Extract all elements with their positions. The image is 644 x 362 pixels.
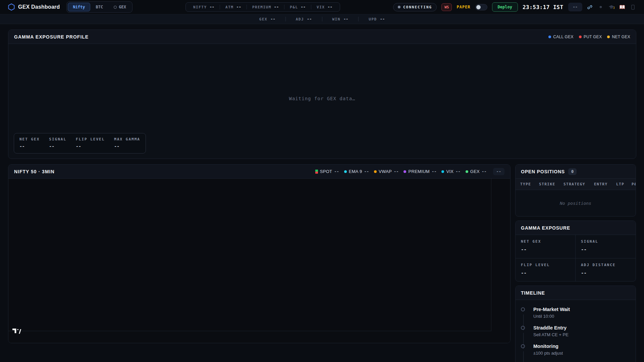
tab-gex[interactable]: GEX — [109, 3, 131, 11]
clock: 23:53:17 IST — [523, 4, 564, 10]
gamma-cell-value: -- — [581, 247, 630, 252]
legend-label: GEX — [470, 169, 480, 174]
stat-vix: VIX -- — [311, 5, 338, 9]
chart-legend: SPOT -- EMA 9 -- VWAP -- — [315, 168, 504, 175]
gear-icon[interactable] — [598, 4, 604, 10]
gamma-cell-value: -- — [521, 270, 570, 276]
gex-stat-value: -- — [19, 144, 40, 149]
legend-label: PUT GEX — [584, 35, 602, 39]
timeline-body: Pre-Market Wait Until 10:00 Straddle Ent… — [516, 300, 636, 362]
timeline-item-subtitle: Until 10:00 — [533, 314, 630, 319]
open-positions-card: OPEN POSITIONS 0 TYPE STRIKE STRATEGY EN… — [515, 164, 636, 217]
substat-label: GEX — [259, 17, 267, 21]
paper-live-toggle[interactable] — [475, 4, 487, 10]
legend-value: -- — [334, 169, 339, 174]
bottom-row: NIFTY 50 · 3MIN SPOT -- EMA 9 -- — [8, 164, 636, 362]
tradingview-logo-icon[interactable] — [12, 328, 22, 336]
header-right-cluster: CONNECTING WS PAPER Deploy 23:53:17 IST … — [393, 2, 636, 12]
chart-panel-header: NIFTY 50 · 3MIN SPOT -- EMA 9 -- — [8, 165, 510, 179]
chart-canvas-area[interactable] — [8, 179, 510, 343]
gex-panel-header: GAMMA EXPOSURE PROFILE CALL GEX PUT GEX … — [8, 30, 636, 44]
timeline-card: TIMELINE Pre-Market Wait Until 10:00 Str… — [515, 286, 636, 362]
timeline-item-subtitle: ±100 pts adjust — [533, 351, 630, 356]
substat-value: -- — [380, 17, 385, 21]
gex-stat-signal: SIGNAL -- — [49, 137, 66, 149]
legend-value: -- — [394, 169, 398, 174]
secondary-stats-bar: GEX -- ADJ -- WIN -- UPD -- — [0, 14, 644, 24]
timeline-title: TIMELINE — [521, 290, 545, 296]
connection-status-text: CONNECTING — [403, 5, 432, 9]
gex-stats-box: NET GEX -- SIGNAL -- FLIP LEVEL -- MAX G… — [14, 133, 146, 154]
gamma-cell-label: SIGNAL — [581, 239, 630, 244]
tab-gex-label: GEX — [119, 5, 126, 9]
net-gex-dot-icon — [607, 36, 610, 38]
stat-value: -- — [210, 5, 214, 9]
gamma-exposure-title: GAMMA EXPOSURE — [521, 225, 570, 231]
phone-icon[interactable] — [630, 4, 636, 10]
call-gex-dot-icon — [548, 36, 551, 38]
ws-badge: WS — [441, 3, 452, 11]
vwap-dot-icon — [374, 170, 377, 173]
gamma-cell-fliplevel: FLIP LEVEL -- — [516, 258, 576, 281]
stat-label: P&L — [290, 5, 298, 9]
gamma-cell-label: FLIP LEVEL — [521, 263, 570, 267]
gex-legend: CALL GEX PUT GEX NET GEX — [548, 35, 630, 39]
legend-spot: SPOT -- — [315, 169, 339, 174]
legend-gex: GEX -- — [466, 169, 487, 174]
gamma-stats-grid: NET GEX -- SIGNAL -- FLIP LEVEL -- ADJ D… — [516, 235, 636, 281]
timeline-item-subtitle: Sell ATM CE + PE — [533, 332, 630, 337]
stat-premium: PREMIUM -- — [247, 5, 284, 9]
stat-value: -- — [301, 5, 306, 9]
vix-dot-icon — [441, 170, 444, 173]
col-ltp: LTP — [616, 182, 632, 186]
gamma-exposure-card: GAMMA EXPOSURE NET GEX -- SIGNAL -- FLIP… — [515, 221, 636, 282]
stat-atm: ATM -- — [220, 5, 247, 9]
tab-nifty[interactable]: Nifty — [68, 3, 90, 11]
ema9-dot-icon — [344, 170, 347, 173]
brand: GEX Dashboard — [8, 3, 60, 11]
substat-value: -- — [307, 17, 312, 21]
gex-stat-value: -- — [76, 144, 105, 149]
legend-label: NET GEX — [612, 35, 630, 39]
tab-btc[interactable]: BTC — [91, 3, 108, 11]
substat-value: -- — [270, 17, 275, 21]
gex-stat-maxgamma: MAX GAMMA -- — [114, 137, 140, 149]
timeline-item-premarket: Pre-Market Wait Until 10:00 — [521, 307, 630, 325]
substat-label: UPD — [369, 17, 377, 21]
gex-stat-value: -- — [49, 144, 66, 149]
graduation-cap-icon[interactable] — [608, 4, 614, 10]
link-icon[interactable] — [587, 4, 593, 10]
gex-stat-fliplevel: FLIP LEVEL -- — [76, 137, 105, 149]
deploy-button[interactable]: Deploy — [492, 2, 518, 12]
price-axis-divider — [491, 179, 491, 331]
gex-stat-label: MAX GAMMA — [114, 137, 140, 141]
legend-label: CALL GEX — [553, 35, 574, 39]
col-strike: STRIKE — [539, 182, 564, 186]
tab-btc-label: BTC — [96, 5, 103, 9]
legend-vix: VIX -- — [441, 169, 460, 174]
book-icon[interactable] — [619, 4, 625, 10]
substat-adj: ADJ -- — [285, 17, 322, 21]
timeline-item-title: Monitoring — [533, 344, 630, 349]
timeline-circle-icon — [521, 344, 525, 348]
stat-label: ATM — [225, 5, 233, 9]
put-gex-dot-icon — [579, 36, 582, 38]
legend-label: VWAP — [379, 169, 392, 174]
legend-label: EMA 9 — [349, 169, 362, 174]
right-sidebar: OPEN POSITIONS 0 TYPE STRIKE STRATEGY EN… — [515, 164, 636, 362]
substat-win: WIN -- — [322, 17, 359, 21]
legend-call-gex: CALL GEX — [548, 35, 574, 39]
legend-value: -- — [432, 169, 436, 174]
substat-label: ADJ — [296, 17, 304, 21]
app-title: GEX Dashboard — [18, 4, 60, 10]
circle-icon — [114, 6, 117, 9]
gex-stat-label: NET GEX — [19, 137, 40, 141]
legend-ema9: EMA 9 -- — [344, 169, 369, 174]
gamma-cell-signal: SIGNAL -- — [576, 235, 636, 258]
gamma-cell-adjdistance: ADJ DISTANCE -- — [576, 258, 636, 281]
no-positions-message: No positions — [516, 190, 636, 216]
open-positions-title: OPEN POSITIONS — [521, 169, 565, 174]
time-axis-divider — [8, 331, 491, 331]
gamma-cell-label: NET GEX — [521, 239, 570, 244]
paper-mode-label: PAPER — [457, 5, 470, 9]
